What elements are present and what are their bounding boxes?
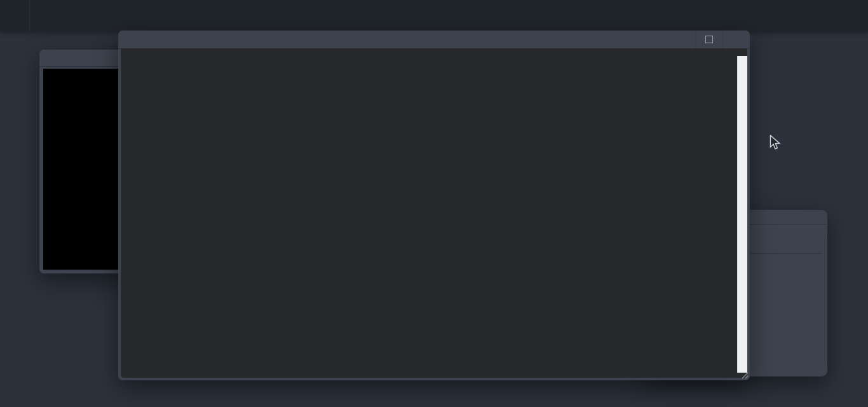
terminal-window-header[interactable] — [118, 31, 750, 49]
maximize-button[interactable] — [695, 31, 722, 48]
app-logo[interactable] — [0, 0, 30, 32]
close-button[interactable] — [722, 31, 750, 48]
terminal-window — [118, 31, 750, 380]
resize-handle[interactable] — [741, 371, 749, 379]
terminal-window-buttons — [695, 31, 750, 48]
terminal-scrollbar[interactable] — [737, 56, 747, 373]
maximize-icon — [705, 36, 713, 43]
htop-output — [130, 48, 737, 378]
mouse-cursor — [770, 135, 780, 150]
top-nav — [0, 0, 868, 32]
terminal-screen[interactable] — [121, 48, 747, 378]
